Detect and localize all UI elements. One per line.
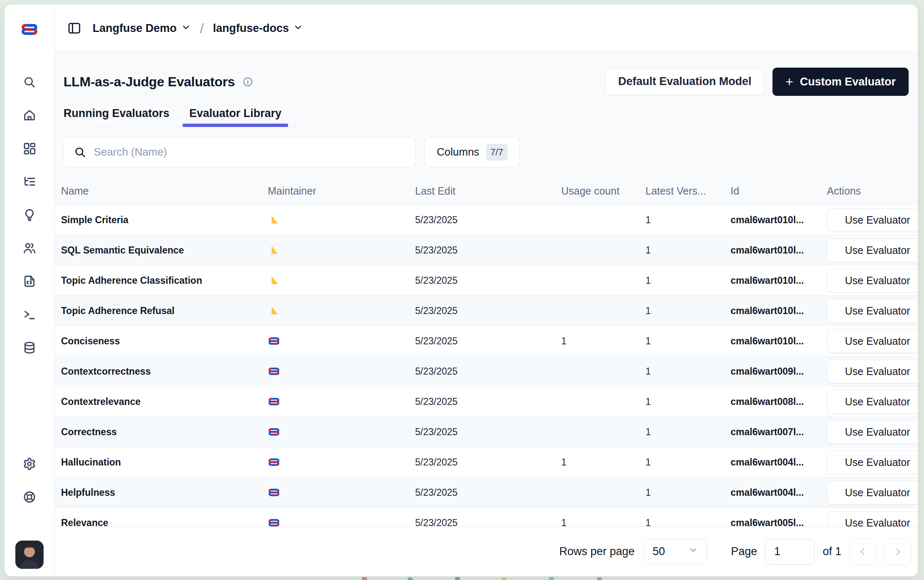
use-evaluator-button[interactable]: Use Evaluator	[827, 420, 918, 444]
org-switcher[interactable]: Langfuse Demo	[93, 22, 191, 35]
use-evaluator-button[interactable]: Use Evaluator	[827, 239, 918, 262]
rows-per-page-select[interactable]: 50	[644, 539, 707, 565]
chevron-left-icon	[858, 546, 868, 557]
tab-bar: Running Evaluators Evaluator Library	[54, 107, 918, 127]
table-row[interactable]: Hallucination 5/23/2025 1 1 cmal6wart004…	[54, 447, 918, 477]
evaluator-id: cmal6wart010l...	[724, 214, 820, 226]
table-row[interactable]: SQL Semantic Equivalence 5/23/2025 1 cma…	[54, 235, 918, 265]
maintainer-cell	[261, 214, 408, 226]
custom-evaluator-label: Custom Evaluator	[800, 76, 896, 88]
table-row[interactable]: Conciseness 5/23/2025 1 1 cmal6wart010l.…	[54, 326, 918, 356]
latest-version: 1	[639, 214, 724, 226]
latest-version: 1	[639, 457, 724, 468]
use-evaluator-button[interactable]: Use Evaluator	[827, 299, 918, 323]
maintainer-cell	[261, 305, 408, 317]
sidebar-bottom	[15, 457, 44, 576]
maintainer-cell	[261, 517, 408, 526]
evaluator-id: cmal6wart010l...	[724, 245, 820, 256]
latest-version: 1	[639, 487, 724, 498]
maintainer-cell	[261, 365, 408, 378]
langfuse-icon	[268, 335, 280, 347]
code-file-icon[interactable]	[22, 274, 37, 288]
info-icon[interactable]	[242, 76, 253, 87]
evaluator-name: Hallucination	[54, 457, 261, 468]
langfuse-icon	[268, 426, 280, 438]
evaluator-name: Simple Criteria	[54, 214, 261, 226]
rows-per-page-value: 50	[653, 545, 665, 558]
search-icon[interactable]	[22, 75, 37, 89]
evaluator-id: cmal6wart010l...	[724, 305, 820, 317]
evaluators-table: Name Maintainer Last Edit Usage count La…	[54, 177, 918, 526]
columns-button[interactable]: Columns 7/7	[425, 137, 520, 167]
table-row[interactable]: Contextcorrectness 5/23/2025 1 cmal6wart…	[54, 356, 918, 386]
use-evaluator-button[interactable]: Use Evaluator	[827, 511, 918, 527]
page-header: LLM-as-a-Judge Evaluators Default Evalua…	[54, 52, 918, 127]
support-icon[interactable]	[22, 490, 37, 504]
column-header-last-edit: Last Edit	[408, 185, 555, 197]
previous-page-button[interactable]	[850, 539, 876, 565]
page-number-input[interactable]	[765, 539, 814, 565]
tracing-icon[interactable]	[22, 175, 37, 189]
maintainer-cell	[261, 335, 408, 347]
next-page-button[interactable]	[885, 539, 911, 565]
use-evaluator-button[interactable]: Use Evaluator	[827, 451, 918, 474]
table-toolbar: Columns 7/7	[54, 127, 918, 177]
home-icon[interactable]	[22, 108, 37, 122]
last-edit-date: 5/23/2025	[408, 396, 555, 407]
chevron-down-icon	[293, 22, 303, 34]
evaluator-name: Contextcorrectness	[54, 366, 261, 377]
use-evaluator-button[interactable]: Use Evaluator	[827, 208, 918, 232]
latest-version: 1	[639, 426, 724, 438]
table-row[interactable]: Contextrelevance 5/23/2025 1 cmal6wart00…	[54, 386, 918, 417]
ragas-icon	[268, 305, 280, 317]
table-header-row: Name Maintainer Last Edit Usage count La…	[54, 177, 918, 205]
langfuse-icon	[268, 517, 280, 526]
settings-icon[interactable]	[22, 457, 37, 471]
evaluator-name: SQL Semantic Equivalence	[54, 245, 261, 256]
latest-version: 1	[639, 517, 724, 527]
column-header-id: Id	[724, 185, 820, 197]
column-header-maintainer: Maintainer	[261, 185, 408, 197]
custom-evaluator-button[interactable]: + Custom Evaluator	[772, 68, 909, 96]
langfuse-icon	[268, 395, 280, 408]
table-row[interactable]: Simple Criteria 5/23/2025 1 cmal6wart010…	[54, 205, 918, 235]
page-total-label: of 1	[823, 545, 841, 558]
last-edit-date: 5/23/2025	[408, 305, 555, 317]
table-row[interactable]: Helpfulness 5/23/2025 1 cmal6wart004l...…	[54, 477, 918, 507]
use-evaluator-button[interactable]: Use Evaluator	[827, 390, 918, 414]
main-area: Langfuse Demo / langfuse-docs LLM-as-a-J…	[54, 5, 918, 576]
database-icon[interactable]	[22, 341, 37, 355]
evaluator-name: Topic Adherence Refusal	[54, 305, 261, 317]
table-row[interactable]: Topic Adherence Refusal 5/23/2025 1 cmal…	[54, 295, 918, 326]
table-row[interactable]: Topic Adherence Classification 5/23/2025…	[54, 265, 918, 295]
breadcrumb-separator: /	[200, 20, 204, 37]
users-icon[interactable]	[22, 241, 37, 255]
chevron-down-icon	[181, 22, 191, 34]
lightbulb-icon[interactable]	[22, 208, 37, 222]
table-row[interactable]: Relevance 5/23/2025 1 1 cmal6wart005l...…	[54, 507, 918, 526]
table-row[interactable]: Correctness 5/23/2025 1 cmal6wart007l...…	[54, 417, 918, 447]
evaluator-id: cmal6wart009l...	[724, 366, 820, 377]
usage-count: 1	[555, 336, 639, 347]
latest-version: 1	[639, 245, 724, 256]
evaluator-id: cmal6wart004l...	[724, 487, 820, 498]
chevron-down-icon	[688, 545, 698, 558]
default-evaluation-model-button[interactable]: Default Evaluation Model	[605, 68, 764, 95]
use-evaluator-button[interactable]: Use Evaluator	[827, 481, 918, 504]
evaluator-name: Conciseness	[54, 336, 261, 347]
sidebar-toggle-icon[interactable]	[66, 20, 83, 37]
user-avatar[interactable]	[15, 541, 44, 569]
project-name: langfuse-docs	[213, 22, 289, 35]
evaluator-name: Relevance	[54, 517, 261, 527]
terminal-icon[interactable]	[22, 307, 37, 322]
evaluator-id: cmal6wart008l...	[724, 396, 820, 407]
tab-running-evaluators[interactable]: Running Evaluators	[64, 107, 169, 127]
use-evaluator-button[interactable]: Use Evaluator	[827, 360, 918, 383]
tab-evaluator-library[interactable]: Evaluator Library	[189, 107, 281, 127]
dashboard-icon[interactable]	[22, 141, 37, 156]
use-evaluator-button[interactable]: Use Evaluator	[827, 329, 918, 353]
search-input[interactable]	[94, 146, 405, 158]
use-evaluator-button[interactable]: Use Evaluator	[827, 269, 918, 292]
project-switcher[interactable]: langfuse-docs	[213, 22, 303, 35]
columns-label: Columns	[437, 146, 479, 158]
